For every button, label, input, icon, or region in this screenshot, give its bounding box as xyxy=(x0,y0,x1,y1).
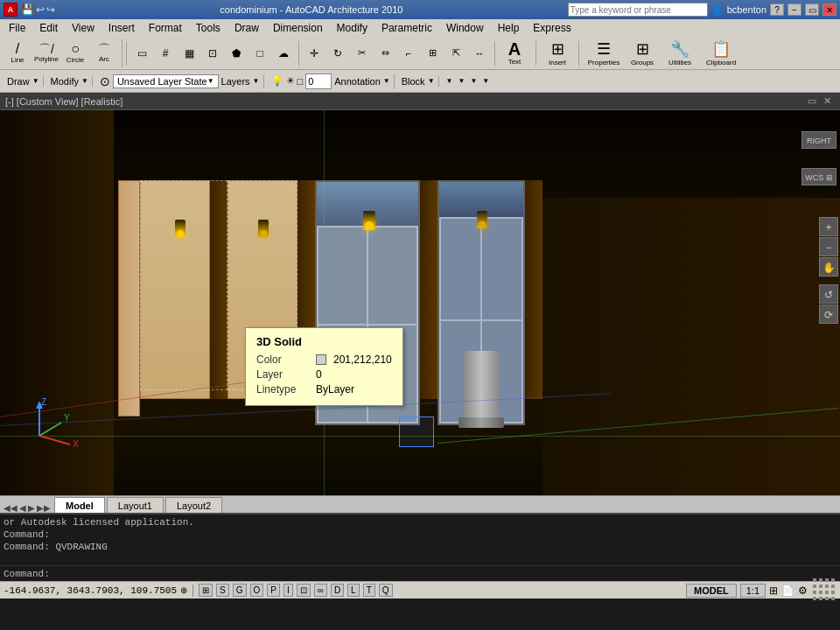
modify-dropdown-arrow[interactable]: ▼ xyxy=(81,77,88,85)
tab-next-btn[interactable]: ▶ xyxy=(28,503,35,513)
minimize-button[interactable]: − xyxy=(788,4,802,16)
pan-btn[interactable]: ✋ xyxy=(819,257,838,276)
svg-line-3 xyxy=(39,436,70,444)
menu-modify[interactable]: Modify xyxy=(330,20,374,36)
region-button[interactable]: ⬟ xyxy=(225,42,248,65)
tab-last-btn[interactable]: ▶▶ xyxy=(37,503,51,513)
menu-tools[interactable]: Tools xyxy=(189,20,228,36)
layer-state-dropdown[interactable]: Unsaved Layer State ▼ xyxy=(113,74,219,88)
block-dropdown-arrow[interactable]: ▼ xyxy=(428,77,435,85)
osnap-btn[interactable]: ⊡ xyxy=(297,584,311,597)
menu-draw[interactable]: Draw xyxy=(228,20,266,36)
scale-button[interactable]: ⇱ xyxy=(444,42,467,65)
stretch-button[interactable]: ↔ xyxy=(468,42,491,65)
menu-format[interactable]: Format xyxy=(142,20,189,36)
snap-btn[interactable]: S xyxy=(216,584,229,597)
hatch-button[interactable]: # xyxy=(154,42,177,65)
tab-prev-btn[interactable]: ◀ xyxy=(19,503,26,513)
zoom-in-btn[interactable]: + xyxy=(819,217,838,236)
light-icon: 💡 xyxy=(271,75,284,87)
scale-display[interactable]: 1:1 xyxy=(740,584,766,598)
menu-edit[interactable]: Edit xyxy=(32,20,65,36)
layers-dropdown-arrow[interactable]: ▼ xyxy=(253,77,260,85)
line-button[interactable]: / Line xyxy=(4,39,32,67)
text-tool[interactable]: A Text xyxy=(499,39,530,67)
extra-arrow-1[interactable]: ▼ xyxy=(446,77,453,85)
clipboard-tool[interactable]: 📋 Clipboard xyxy=(702,39,740,67)
menu-insert[interactable]: Insert xyxy=(102,20,142,36)
scene[interactable]: 3D Solid Color 201,212,210 Layer 0 Linet… xyxy=(0,110,840,495)
polyline-button[interactable]: ⌒/ Polyline xyxy=(32,39,60,67)
extra-arrow-3[interactable]: ▼ xyxy=(470,77,477,85)
ortho-btn[interactable]: O xyxy=(250,584,264,597)
extra-arrow-4[interactable]: ▼ xyxy=(482,77,489,85)
draw-dropdown-arrow[interactable]: ▼ xyxy=(32,77,39,85)
undo-icon[interactable]: ↩ xyxy=(36,4,45,16)
menu-express[interactable]: Express xyxy=(526,20,578,36)
wcs-btn[interactable]: WCS ⊞ xyxy=(802,168,836,186)
arc-button[interactable]: ⌒ Arc xyxy=(90,39,118,67)
orbit-btn[interactable]: ↺ xyxy=(819,284,838,304)
tab-layout2[interactable]: Layout2 xyxy=(165,497,222,513)
viewport-restore-btn[interactable]: ▭ xyxy=(808,95,816,107)
tab-layout1[interactable]: Layout1 xyxy=(107,497,164,513)
viewport[interactable]: [-] [Custom View] [Realistic] ▭ ✕ xyxy=(0,93,840,495)
right-view-btn[interactable]: RIGHT xyxy=(802,131,836,149)
viewport-close-btn[interactable]: ✕ xyxy=(823,95,831,107)
layer-num-input[interactable]: 0 xyxy=(305,74,332,89)
dyn-btn[interactable]: D xyxy=(331,584,344,597)
polar-btn[interactable]: P xyxy=(267,584,280,597)
keyword-search-input[interactable] xyxy=(569,5,691,15)
menu-parametric[interactable]: Parametric xyxy=(374,20,439,36)
help-button[interactable]: ? xyxy=(770,4,784,16)
grid-btn[interactable]: G xyxy=(233,584,247,597)
menu-file[interactable]: File xyxy=(2,20,32,36)
menu-dimension[interactable]: Dimension xyxy=(266,20,330,36)
tmode-btn[interactable]: T xyxy=(363,584,375,597)
snap-grid-btn[interactable]: ⊞ xyxy=(199,584,213,597)
properties-tool[interactable]: ☰ Properties xyxy=(584,39,623,67)
wipeout-button[interactable]: □ xyxy=(248,42,271,65)
rotate-button[interactable]: ↻ xyxy=(326,42,349,65)
isnap-btn[interactable]: I xyxy=(284,584,293,597)
menu-window[interactable]: Window xyxy=(439,20,491,36)
grid-icon-small[interactable]: ⊞ xyxy=(769,584,778,597)
menu-view[interactable]: View xyxy=(65,20,102,36)
polyline-icon: ⌒/ xyxy=(38,43,54,55)
layer-state-arrow[interactable]: ▼ xyxy=(207,77,214,85)
extra-arrow-2[interactable]: ▼ xyxy=(458,77,465,85)
swivel-btn[interactable]: ⟳ xyxy=(819,304,838,324)
menu-help[interactable]: Help xyxy=(491,20,527,36)
maximize-button[interactable]: ▭ xyxy=(805,4,819,16)
annotation-dropdown-arrow[interactable]: ▼ xyxy=(383,77,390,85)
save-icon[interactable]: 💾 xyxy=(21,4,34,16)
search-bar-title[interactable] xyxy=(568,3,708,17)
utilities-tool[interactable]: 🔧 Utilities xyxy=(662,39,698,67)
settings-icon[interactable]: ⚙ xyxy=(798,584,808,597)
mirror-button[interactable]: ⇔ xyxy=(374,42,396,65)
circle-button[interactable]: ○ Circle xyxy=(61,39,89,67)
tab-model[interactable]: Model xyxy=(54,497,105,513)
zoom-out-btn[interactable]: − xyxy=(819,237,838,256)
revcloud-button[interactable]: ☁ xyxy=(272,42,295,65)
close-button[interactable]: ✕ xyxy=(822,4,836,16)
tab-navigation: ◀◀ ◀ ▶ ▶▶ xyxy=(4,503,51,513)
paper-icon[interactable]: 📄 xyxy=(781,584,794,597)
fillet-button[interactable]: ⌐ xyxy=(397,42,420,65)
rectangle-button[interactable]: ▭ xyxy=(130,42,153,65)
gradient-button[interactable]: ▦ xyxy=(178,42,200,65)
boundary-button[interactable]: ⊡ xyxy=(201,42,224,65)
groups-tool[interactable]: ⊞ Groups xyxy=(626,39,658,67)
array-button[interactable]: ⊞ xyxy=(421,42,444,65)
insert-tool[interactable]: ⊞ Insert xyxy=(542,39,573,67)
redo-icon[interactable]: ↪ xyxy=(46,4,55,16)
model-mode-btn[interactable]: MODEL xyxy=(686,584,737,598)
command-input[interactable] xyxy=(53,569,836,579)
tab-first-btn[interactable]: ◀◀ xyxy=(4,503,18,513)
trim-button[interactable]: ✂ xyxy=(350,42,373,65)
qprop-btn[interactable]: Q xyxy=(379,584,393,597)
move-button[interactable]: ✛ xyxy=(303,42,326,65)
cmd-line-1: or Autodesk licensed application. xyxy=(4,516,836,528)
otrack-btn[interactable]: ∞ xyxy=(314,584,327,597)
lweight-btn[interactable]: L xyxy=(347,584,360,597)
